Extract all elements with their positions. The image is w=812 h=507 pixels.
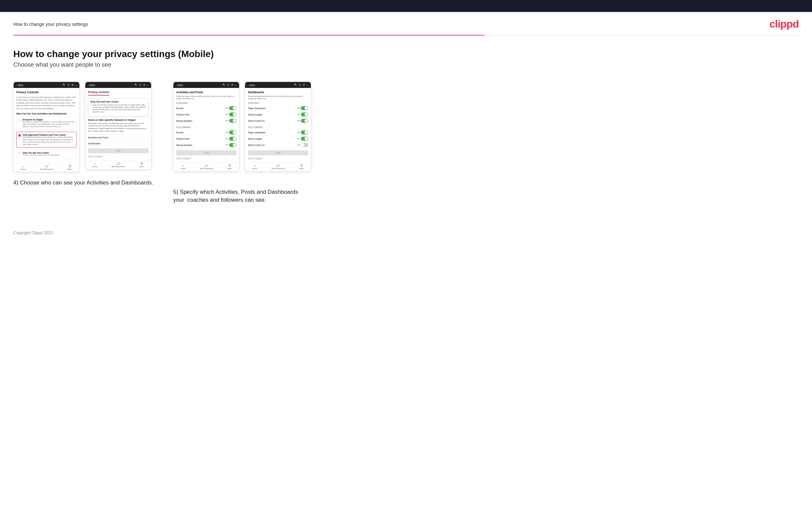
nav-performance[interactable]: 📈 My Performance [40,165,53,170]
toggle-coaches-manual-label: Manual Activities [176,120,192,122]
screen3: ‹ Back 🔍 👤 ⚙ ⌄ Activities and Pos [173,81,240,172]
toggle-coaches-player-switch[interactable] [301,106,308,110]
on-label6: ON [225,144,228,146]
screen1-title: Privacy Controls [16,91,77,94]
toggle-coaches-drills-switch[interactable] [229,112,237,116]
toggle-followers-drills-label: Practice Drills [176,138,189,140]
toggle-coaches-rounds-label: Rounds [176,107,183,110]
nav-performance-label2: My Performance [112,166,125,168]
nav-home-label2: Home [93,166,98,168]
followers-label4: FOLLOWERS [248,126,308,128]
privacy-controls-tab[interactable]: Privacy Controls [88,91,109,96]
search-icon2[interactable]: 🔍 [135,83,138,86]
chart-icon2: 📈 [116,162,120,165]
menu-icon4: ☰ [300,164,303,167]
person-icon[interactable]: 👤 [67,83,70,86]
on-label12: ON [297,144,300,146]
toggle-followers-rounds-switch[interactable] [229,130,237,134]
radio-followers [18,134,21,137]
screen3-block: ‹ Back 🔍 👤 ⚙ ⌄ Activities and Pos [173,81,240,172]
toggle-coaches-rounds-switch[interactable] [229,106,237,110]
screen4-body: Dashboards Select the dashboards that yo… [245,88,311,162]
nav-home[interactable]: ⌂ Home [21,165,26,170]
person-icon3[interactable]: 👤 [227,83,230,86]
toggle-coaches-insights-switch[interactable] [301,112,308,116]
toggle-followers-player-label: Player Dashboard [248,131,265,134]
nav-menu-label4: Menu [299,168,304,170]
nav-home3[interactable]: ⌂ Home [181,164,186,170]
menu-icon: ☰ [69,165,71,168]
back-chevron-icon4: ‹ [248,84,248,86]
logo: clippd [769,18,799,30]
save-button3[interactable]: Save [176,150,237,155]
chevron-down-icon2[interactable]: ⌄ [146,83,148,86]
toggle-coaches-player: Player Dashboard ON [248,105,308,111]
toggle-coaches-insights-label: Round Insights [248,113,262,116]
coaches-label3: COACHES [176,102,237,104]
settings-icon4[interactable]: ⚙ [303,83,305,86]
settings-icon3[interactable]: ⚙ [231,83,233,86]
on-label10: ON [297,131,300,133]
radio-coach-only [18,152,21,155]
screen3-bottomnav: ⌂ Home 📈 My Performance ☰ Menu [173,162,239,171]
nav-menu[interactable]: ☰ Menu [68,165,72,170]
screen2: ‹ Back 🔍 👤 ⚙ ⌄ Privacy Controls [85,81,151,170]
toggle-followers-insights-switch[interactable] [301,137,308,141]
followers-label3: FOLLOWERS [176,126,237,128]
screen1-block: ‹ Back 🔍 👤 ⚙ ⌄ Priva [13,81,80,172]
nav-home4[interactable]: ⌂ Home [252,164,257,170]
nav-home2[interactable]: ⌂ Home [93,162,98,168]
toggle-coaches-workon-switch[interactable] [301,119,308,123]
nav-menu3[interactable]: ☰ Menu [227,164,232,170]
toggle-coaches-drills: Practice Drills ON [176,111,237,118]
save-button4[interactable]: Save [248,150,308,155]
screen1-back-label[interactable]: Back [18,84,23,86]
toggle-followers-workon-switch[interactable] [301,143,308,147]
screen3-body: Activities and Posts Select the types of… [173,88,239,162]
screen4-block: ‹ Back 🔍 👤 ⚙ ⌄ Dashboards [245,81,311,172]
option-everyone-desc: Everyone on Clippd can search for you an… [22,121,75,128]
toggle-followers-player-switch[interactable] [301,130,308,134]
screen4-back-label[interactable]: Back [250,84,255,86]
show-hide-desc: Regardless of the privacy controls that … [88,122,148,133]
on-label5: ON [225,138,228,140]
option-followers[interactable]: Only Approved Followers and Your Coach O… [16,132,77,148]
toggle-followers-workon-label: What To Work On [248,144,265,146]
settings-icon[interactable]: ⚙ [71,83,73,86]
option-everyone[interactable]: Everyone on Clippd Everyone on Clippd ca… [16,116,77,130]
toggle-followers-drills: Practice Drills ON [176,136,237,142]
chevron-down-icon4[interactable]: ⌄ [306,83,308,86]
dashboards-row[interactable]: Dashboards › [88,140,148,146]
activities-posts-row[interactable]: Activities and Posts › [88,134,148,140]
toggle-followers-drills-switch[interactable] [229,137,237,141]
nav-menu2[interactable]: ☰ Menu [140,162,144,168]
option-coach-only[interactable]: Only You and Your Coach Only you and the… [16,150,77,158]
chart-icon: 📈 [45,165,49,168]
chevron-down-icon[interactable]: ⌄ [75,83,77,86]
nav-performance3[interactable]: 📈 My Performance [200,164,213,170]
search-icon[interactable]: 🔍 [63,83,66,86]
header: How to change your privacy settings clip… [0,12,812,35]
toggle-coaches-rounds: Rounds ON [176,105,237,111]
nav-performance-label: My Performance [40,168,53,170]
nav-performance4[interactable]: 📈 My Performance [272,164,285,170]
screen3-back-label[interactable]: Back [178,84,183,86]
chevron-down-icon3[interactable]: ⌄ [235,83,237,86]
nav-performance2[interactable]: 📈 My Performance [112,162,125,168]
screen2-back-label[interactable]: Back [90,84,95,86]
toggle-coaches-insights: Round Insights ON [248,111,308,118]
nav-menu4[interactable]: ☰ Menu [299,164,304,170]
on-label2: ON [225,113,228,115]
screen3-topbar: ‹ Back 🔍 👤 ⚙ ⌄ [173,82,239,88]
toggle-followers-manual-switch[interactable] [229,143,237,147]
search-icon3[interactable]: 🔍 [222,83,225,86]
show-hide-section: Show or hide specific features in Clippd… [88,118,148,133]
settings-icon2[interactable]: ⚙ [143,83,145,86]
person-icon2[interactable]: 👤 [139,83,142,86]
screen4-bottomnav: ⌂ Home 📈 My Performance ☰ Menu [245,162,311,171]
person-icon4[interactable]: 👤 [299,83,302,86]
toggle-coaches-manual-switch[interactable] [229,119,237,123]
toggle-followers-rounds-label: Rounds [176,131,183,134]
save-button2[interactable]: Save [88,148,148,153]
search-icon4[interactable]: 🔍 [294,83,297,86]
